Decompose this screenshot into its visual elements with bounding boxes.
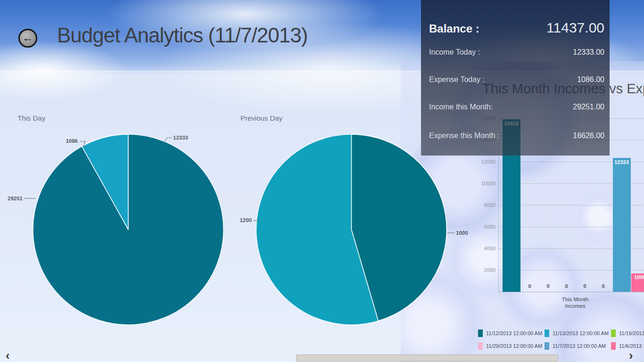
horizontal-scrollbar-thumb[interactable] [296, 354, 558, 362]
back-arrow-icon: ← [22, 32, 33, 43]
page-title: Budget Analytics (11/7/2013) [57, 24, 307, 47]
pie-label-1200: 1200 [239, 217, 252, 223]
bar-1000: 1000 [631, 281, 644, 292]
legend-item: 11/12/2013 12:00:00 AM [478, 329, 545, 337]
legend-date-label: 11/29/2013 12:00:00 AM [486, 343, 542, 349]
y-axis-tick-label: 10000 [475, 181, 495, 186]
legend-item: 11/6/2013 12:00:00 AM [611, 342, 644, 350]
bar-chart-x-axis-label: This Month Incomes [555, 296, 595, 309]
bar-zero-label: 0 [576, 283, 594, 289]
bar-value-label: 12333 [613, 159, 631, 165]
y-axis-tick-label: 12000 [475, 159, 495, 165]
pie-title-this-day: This Day [17, 114, 45, 122]
summary-label: Income this Month: [429, 103, 493, 111]
legend-date-label: 11/13/2013 12:00:00 AM [553, 330, 609, 336]
bar-zero-label: 0 [539, 283, 557, 289]
legend-item: 11/19/2013 12:00:00 AM [611, 329, 644, 337]
summary-value: 16626.00 [573, 132, 604, 140]
bar-zero-label: 0 [558, 283, 576, 289]
legend-item: 11/7/2013 12:00:00 AM [545, 342, 611, 350]
scroll-right-icon[interactable]: › [629, 351, 633, 360]
y-axis-tick-label: 6000 [475, 224, 495, 230]
scroll-left-icon[interactable]: ‹ [6, 351, 10, 360]
legend-date-label: 11/7/2013 12:00:00 AM [553, 343, 606, 349]
summary-value: 29251.00 [573, 103, 604, 111]
app-window: This Month Incomes vs Expenses This Mont… [0, 0, 644, 362]
y-axis-tick-label: 2000 [475, 267, 495, 273]
summary-row: Income this Month:29251.00 [429, 95, 604, 123]
summary-value: 1086.00 [577, 75, 604, 84]
legend-swatch [611, 342, 616, 350]
back-button[interactable]: ← [18, 29, 37, 48]
legend-date-label: 11/12/2013 12:00:00 AM [486, 330, 542, 336]
pie-label-12333: 12333 [173, 135, 188, 140]
summary-row: Expense this Month :16626.00 [429, 123, 604, 156]
chart-legend: 11/12/2013 12:00:00 AM11/13/2013 12:00:0… [478, 329, 644, 350]
legend-item: 11/13/2013 12:00:00 AM [545, 329, 611, 337]
x-axis-line [498, 292, 644, 292]
legend-swatch [611, 329, 616, 337]
summary-label: Expense this Month : [429, 132, 499, 140]
y-axis-tick-label: 8000 [475, 202, 495, 208]
legend-swatch [478, 342, 483, 350]
summary-row: Expense Today :1086.00 [429, 68, 604, 95]
legend-swatch [478, 329, 483, 337]
legend-swatch [545, 329, 549, 337]
bar-value-label: 1000 [631, 273, 644, 281]
legend-date-label: 11/19/2013 12:00:00 AM [619, 330, 644, 336]
y-axis-tick-label: 4000 [475, 246, 495, 251]
bar-zero-label: 0 [521, 283, 539, 289]
legend-swatch [545, 342, 549, 350]
pie-label-29251: 29251 [8, 196, 23, 201]
summary-label: Expense Today : [429, 75, 485, 84]
app-header: ← Budget Analytics (11/7/2013) [0, 0, 644, 61]
pie-title-previous-day: Previous Day [240, 114, 282, 122]
pie-label-1000: 1000 [456, 230, 468, 236]
pie-label-1086: 1086 [66, 138, 78, 144]
bar-zero-label: 0 [594, 283, 612, 289]
legend-item: 11/29/2013 12:00:00 AM [478, 342, 545, 350]
bar-12333: 12333 [613, 158, 631, 292]
